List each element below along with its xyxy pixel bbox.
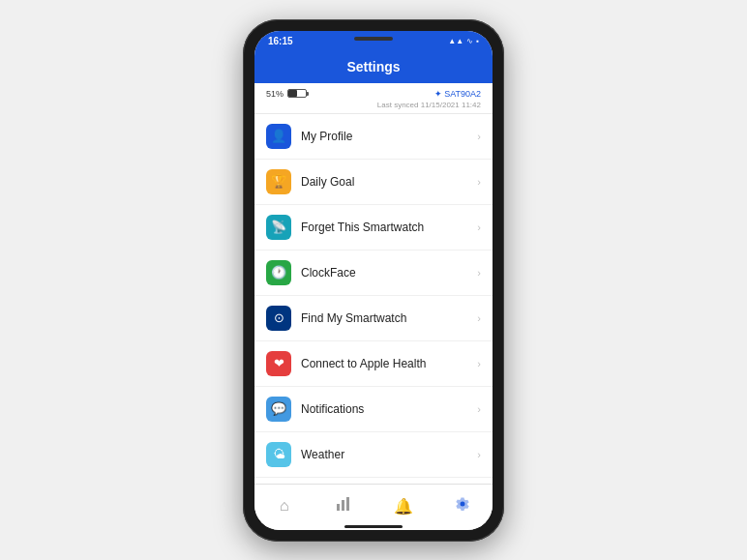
- device-name: ✦ SAT90A2: [434, 89, 481, 99]
- nav-item-notifications[interactable]: 🔔: [374, 497, 433, 516]
- header-title: Settings: [346, 59, 400, 74]
- my-profile-label: My Profile: [301, 130, 477, 143]
- signal-icon: ▲▲: [448, 37, 463, 45]
- daily-goal-icon: 🏆: [266, 169, 291, 194]
- phone-frame: 16:15 ▲▲ ∿ ▪ Settings 51% ✦: [243, 19, 504, 542]
- nav-settings-icon: [455, 496, 470, 516]
- weather-icon: 🌤: [266, 442, 291, 467]
- apple-health-label: Connect to Apple Health: [301, 357, 477, 370]
- menu-item-forget-smartwatch[interactable]: 📡Forget This Smartwatch›: [254, 205, 493, 251]
- forget-smartwatch-label: Forget This Smartwatch: [301, 221, 477, 234]
- svg-rect-0: [337, 504, 340, 511]
- battery-fill: [288, 90, 297, 97]
- find-smartwatch-label: Find My Smartwatch: [301, 311, 477, 325]
- status-bar: 16:15 ▲▲ ∿ ▪: [254, 31, 493, 52]
- nav-stats-icon: [336, 496, 351, 516]
- daily-goal-label: Daily Goal: [301, 175, 477, 189]
- settings-header: Settings: [254, 52, 493, 83]
- menu-item-daily-goal[interactable]: 🏆Daily Goal›: [254, 160, 493, 205]
- wifi-icon: ∿: [466, 37, 473, 45]
- notifications-icon: 💬: [266, 397, 291, 422]
- weather-label: Weather: [301, 448, 477, 461]
- settings-menu-list: 👤My Profile›🏆Daily Goal›📡Forget This Sma…: [254, 114, 493, 484]
- bottom-nav: ⌂🔔: [254, 484, 493, 526]
- weather-chevron: ›: [477, 449, 481, 460]
- apple-health-icon: ❤: [266, 351, 291, 376]
- menu-item-find-smartwatch[interactable]: ⊙Find My Smartwatch›: [254, 296, 493, 341]
- daily-goal-chevron: ›: [477, 176, 481, 188]
- svg-rect-2: [346, 497, 349, 511]
- home-indicator: [254, 526, 493, 530]
- menu-item-camera-shutter[interactable]: 📷Camera Shutter›: [254, 478, 493, 484]
- menu-item-apple-health[interactable]: ❤Connect to Apple Health›: [254, 341, 493, 387]
- status-icons: ▲▲ ∿ ▪: [448, 37, 479, 45]
- my-profile-icon: 👤: [266, 124, 291, 149]
- notifications-chevron: ›: [477, 403, 481, 415]
- home-bar: [344, 525, 403, 528]
- clockface-label: ClockFace: [301, 266, 477, 280]
- find-smartwatch-chevron: ›: [477, 312, 481, 324]
- menu-item-notifications[interactable]: 💬Notifications›: [254, 387, 493, 432]
- nav-item-home[interactable]: ⌂: [254, 497, 314, 515]
- menu-item-weather[interactable]: 🌤Weather›: [254, 432, 493, 478]
- nav-home-icon: ⌂: [280, 497, 289, 515]
- speaker-notch: [354, 37, 393, 41]
- nav-notifications-icon: 🔔: [394, 497, 413, 516]
- clockface-icon: 🕐: [266, 260, 291, 285]
- bluetooth-icon: ✦: [434, 89, 442, 99]
- phone-screen: 16:15 ▲▲ ∿ ▪ Settings 51% ✦: [254, 31, 493, 530]
- notifications-label: Notifications: [301, 402, 477, 416]
- my-profile-chevron: ›: [477, 131, 481, 142]
- battery-percent: 51%: [266, 89, 284, 99]
- find-smartwatch-icon: ⊙: [266, 306, 291, 331]
- sync-info: Last synced 11/15/2021 11:42: [266, 101, 481, 109]
- nav-item-stats[interactable]: [314, 496, 374, 516]
- device-info-bar: 51% ✦ SAT90A2 Last synced 11/15/2021 11:…: [254, 83, 493, 114]
- battery-bar-visual: [287, 89, 307, 98]
- clockface-chevron: ›: [477, 267, 481, 279]
- menu-item-my-profile[interactable]: 👤My Profile›: [254, 114, 493, 160]
- menu-item-clockface[interactable]: 🕐ClockFace›: [254, 251, 493, 296]
- svg-rect-1: [342, 500, 344, 511]
- forget-smartwatch-icon: 📡: [266, 215, 291, 240]
- device-id: SAT90A2: [444, 89, 481, 99]
- battery-info: 51%: [266, 89, 307, 99]
- status-time: 16:15: [268, 36, 293, 46]
- forget-smartwatch-chevron: ›: [477, 221, 481, 233]
- nav-item-settings[interactable]: [433, 496, 493, 516]
- battery-icon: ▪: [476, 37, 479, 45]
- apple-health-chevron: ›: [477, 358, 481, 369]
